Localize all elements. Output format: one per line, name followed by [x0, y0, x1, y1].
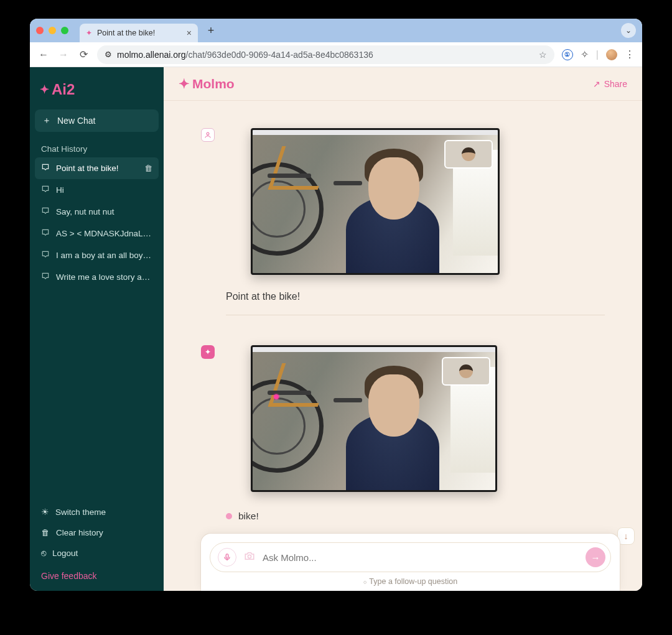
new-tab-button[interactable]: + — [203, 22, 219, 39]
minimize-window-button[interactable] — [49, 27, 56, 34]
message-user: Point at the bike! — [201, 128, 605, 334]
browser-tab[interactable]: ✦ Point at the bike! × — [80, 24, 198, 42]
share-button[interactable]: ↗ Share — [593, 79, 627, 89]
composer-hint-text: Type a follow-up question — [369, 577, 457, 586]
close-tab-button[interactable]: × — [187, 28, 192, 38]
sun-icon: ☀ — [41, 507, 49, 517]
history-item[interactable]: Hi — [35, 179, 159, 201]
sidebar-bottom: ☀ Switch theme 🗑 Clear history ⎋ Logout … — [35, 503, 159, 582]
composer: → — [210, 542, 611, 572]
composer-container: → ○Type a follow-up question — [201, 534, 620, 591]
extension-icons: ① ✧ | ⋮ — [562, 49, 635, 60]
chat-icon — [41, 185, 50, 195]
delete-chat-button[interactable]: 🗑 — [144, 164, 152, 173]
history-item[interactable]: Say, nut nut nut — [35, 201, 159, 223]
message-input[interactable] — [263, 552, 578, 563]
chat-icon — [41, 163, 50, 174]
history-item-label: Point at the bike! — [56, 164, 138, 173]
sparkle-icon: ✦ — [40, 83, 49, 96]
share-icon: ↗ — [593, 79, 600, 89]
chat-icon — [41, 228, 50, 239]
history-item[interactable]: Write me a love story ab... — [35, 266, 159, 288]
ai-annotated-image[interactable] — [251, 345, 497, 492]
tabs-overflow-button[interactable]: ⌄ — [621, 23, 636, 38]
url-host: molmo.allenai.org — [117, 50, 186, 60]
trash-icon: 🗑 — [41, 528, 50, 537]
tab-favicon-icon: ✦ — [86, 29, 92, 37]
conversation-scroll[interactable]: Point at the bike! ✦ — [164, 101, 642, 591]
feedback-link[interactable]: Give feedback — [35, 565, 159, 582]
share-label: Share — [604, 79, 627, 89]
back-button[interactable]: ← — [37, 49, 50, 60]
chat-icon — [41, 250, 50, 261]
new-chat-button[interactable]: ＋ New Chat — [35, 109, 159, 132]
history-item-label: Hi — [56, 185, 152, 195]
composer-hint: ○Type a follow-up question — [210, 572, 611, 586]
extension-1password-icon[interactable]: ① — [562, 49, 573, 60]
chat-icon — [41, 272, 50, 282]
user-message-content: Point at the bike! — [226, 128, 605, 334]
new-chat-label: New Chat — [57, 116, 95, 126]
user-avatar-icon — [201, 128, 215, 142]
point-marker-icon — [274, 394, 279, 399]
scroll-to-bottom-button[interactable]: ↓ — [617, 527, 635, 545]
profile-avatar-icon[interactable] — [606, 49, 617, 60]
ai-answer-row: bike! — [226, 511, 605, 522]
address-bar[interactable]: ⚙ molmo.allenai.org/chat/963de0d0-9069-4… — [97, 45, 554, 64]
extensions-divider: | — [596, 49, 599, 60]
clear-history-button[interactable]: 🗑 Clear history — [35, 524, 159, 542]
point-legend-dot-icon — [226, 513, 232, 519]
forward-button[interactable]: → — [57, 49, 70, 60]
history-item-label: AS > < MDNASKJdnaLKDJ... — [56, 229, 152, 238]
message-ai: ✦ — [201, 345, 605, 522]
url-path: /chat/963de0d0-9069-4a14-ad5a-8e4bc08631… — [186, 50, 373, 60]
bookmark-icon[interactable]: ☆ — [539, 50, 547, 60]
history-item-label: Say, nut nut nut — [56, 207, 152, 216]
extensions-button-icon[interactable]: ✧ — [581, 49, 589, 60]
clear-history-label: Clear history — [56, 528, 103, 537]
browser-menu-icon[interactable]: ⋮ — [625, 49, 635, 60]
browser-toolbar: ← → ⟳ ⚙ molmo.allenai.org/chat/963de0d0-… — [30, 42, 642, 67]
ai-answer-text: bike! — [238, 511, 259, 522]
app-title[interactable]: ✦ Molmo — [179, 76, 235, 91]
app-logo[interactable]: ✦ Ai2 — [35, 78, 159, 109]
tab-title: Point at the bike! — [97, 29, 155, 37]
send-button[interactable]: → — [586, 547, 605, 567]
user-message-text: Point at the bike! — [226, 291, 605, 302]
maximize-window-button[interactable] — [61, 27, 68, 34]
history-header: Chat History — [35, 141, 159, 157]
logo-text: Ai2 — [52, 81, 75, 98]
feedback-label: Give feedback — [41, 571, 97, 581]
window-controls — [36, 27, 68, 34]
chat-icon — [41, 206, 50, 217]
ai-avatar-icon: ✦ — [201, 345, 215, 359]
app-root: ✦ Ai2 ＋ New Chat Chat History Point at t… — [30, 67, 642, 591]
close-window-button[interactable] — [36, 27, 44, 34]
ai-message-content: bike! — [226, 345, 605, 522]
plus-icon: ＋ — [42, 115, 51, 126]
user-uploaded-image[interactable] — [251, 128, 500, 275]
history-item-label: Write me a love story ab... — [56, 272, 152, 282]
switch-theme-label: Switch theme — [55, 508, 106, 517]
microphone-button[interactable] — [218, 548, 236, 567]
logout-button[interactable]: ⎋ Logout — [35, 544, 159, 562]
message-divider — [226, 315, 605, 315]
sparkle-icon: ✦ — [179, 76, 190, 91]
app-title-text: Molmo — [192, 76, 235, 91]
history-item[interactable]: I am a boy at an all boys ... — [35, 244, 159, 266]
history-list: Point at the bike!🗑HiSay, nut nut nutAS … — [35, 157, 159, 288]
main-panel: ✦ Molmo ↗ Share — [164, 67, 642, 591]
svg-point-2 — [248, 555, 251, 558]
svg-rect-1 — [226, 554, 228, 559]
switch-theme-button[interactable]: ☀ Switch theme — [35, 503, 159, 521]
history-item[interactable]: Point at the bike!🗑 — [35, 157, 159, 179]
history-item[interactable]: AS > < MDNASKJdnaLKDJ... — [35, 223, 159, 244]
browser-window: ✦ Point at the bike! × + ⌄ ← → ⟳ ⚙ molmo… — [30, 19, 642, 591]
main-header: ✦ Molmo ↗ Share — [164, 67, 642, 101]
reload-button[interactable]: ⟳ — [77, 49, 90, 60]
hint-bullet-icon: ○ — [363, 579, 366, 585]
tab-bar: ✦ Point at the bike! × + ⌄ — [30, 19, 642, 42]
svg-point-0 — [207, 132, 209, 135]
camera-button[interactable] — [244, 550, 255, 565]
site-settings-icon[interactable]: ⚙ — [105, 50, 112, 59]
